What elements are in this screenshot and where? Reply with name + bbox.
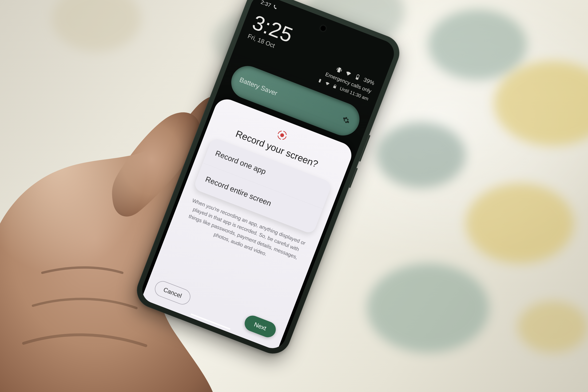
phone-frame: 2:37 3:25 Fri, 18 Oct <box>132 0 404 359</box>
phone-icon <box>272 4 278 10</box>
phone-screen: 2:37 3:25 Fri, 18 Oct <box>138 0 398 352</box>
record-icon <box>276 129 289 142</box>
photo-background: 2:37 3:25 Fri, 18 Oct <box>0 0 588 392</box>
cancel-button[interactable]: Cancel <box>153 279 193 307</box>
svg-rect-4 <box>318 79 321 82</box>
vibrate-icon <box>335 66 344 74</box>
vibrate-small-icon <box>316 77 323 84</box>
svg-point-5 <box>280 133 284 138</box>
battery-icon <box>353 73 362 81</box>
lock-icon <box>332 83 338 90</box>
wifi-icon <box>344 69 352 78</box>
power-button <box>349 168 358 188</box>
wifi-small-icon <box>324 80 331 87</box>
next-button[interactable]: Next <box>242 313 278 340</box>
